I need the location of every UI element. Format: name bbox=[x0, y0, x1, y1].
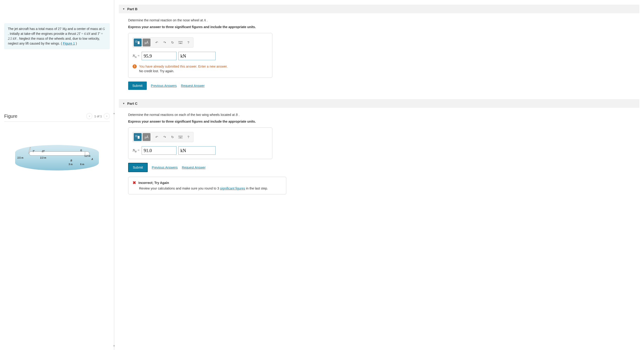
undo-button[interactable]: ↶ bbox=[153, 133, 161, 141]
part-c-answer-box: μÅ ↶ ↷ ↻ ? NB = bbox=[128, 128, 272, 159]
keyboard-button[interactable] bbox=[176, 133, 184, 141]
var-b: B bbox=[236, 113, 238, 117]
undo-button[interactable]: ↶ bbox=[153, 38, 161, 46]
figure-link[interactable]: Figure 1 bbox=[63, 42, 75, 45]
svg-rect-1 bbox=[138, 41, 140, 44]
svg-rect-0 bbox=[136, 41, 137, 42]
part-b-toolbar: μÅ ↶ ↷ ↻ ? bbox=[132, 37, 194, 48]
panel-divider[interactable]: ▲ ▼ bbox=[114, 0, 114, 350]
dim-3m: 3 m bbox=[68, 163, 72, 166]
problem-text: and a center of mass at bbox=[68, 27, 102, 31]
problem-text: The jet aircraft has a total mass of 27 bbox=[8, 27, 62, 31]
incorrect-title: Incorrect; Try Again bbox=[138, 181, 169, 185]
svg-rect-12 bbox=[179, 136, 179, 137]
figure-prev-button[interactable]: ‹ bbox=[86, 113, 92, 119]
part-c-submit-button[interactable]: Submit bbox=[128, 163, 148, 172]
label-a: A bbox=[92, 158, 93, 161]
templates-button[interactable] bbox=[134, 38, 142, 46]
incorrect-body-pre: Review your calculations and make sure y… bbox=[139, 186, 220, 190]
problem-statement: The jet aircraft has a total mass of 27 … bbox=[4, 23, 110, 49]
significant-figures-link[interactable]: significant figures bbox=[220, 186, 245, 190]
units-button[interactable]: μÅ bbox=[142, 133, 150, 141]
part-c-incorrect-box: ✖ Incorrect; Try Again Review your calcu… bbox=[128, 177, 286, 194]
x-icon: ✖ bbox=[132, 180, 136, 185]
templates-button[interactable] bbox=[134, 133, 142, 141]
figure-next-button[interactable]: › bbox=[104, 113, 110, 119]
figure-title: Figure bbox=[4, 114, 18, 119]
part-c-question-mid: wing wheels located at bbox=[202, 113, 236, 117]
svg-rect-5 bbox=[180, 42, 181, 42]
dim-2-3m: 2.3 m bbox=[40, 157, 46, 159]
part-c-toolbar: μÅ ↶ ↷ ↻ ? bbox=[132, 132, 194, 142]
svg-rect-7 bbox=[182, 42, 182, 42]
part-c-value-input[interactable] bbox=[142, 146, 176, 155]
figure-counter: 1 of 1 bbox=[94, 115, 102, 118]
svg-rect-9 bbox=[136, 135, 137, 137]
part-c-question: Determine the normal reactions on each o… bbox=[128, 113, 196, 117]
redo-button[interactable]: ↷ bbox=[161, 38, 168, 46]
part-b-question-end: . bbox=[207, 18, 208, 22]
part-c-title: Part C bbox=[127, 102, 138, 105]
scroll-up-icon[interactable]: ▲ bbox=[112, 112, 116, 115]
svg-rect-17 bbox=[179, 138, 182, 138]
label-b: B bbox=[70, 159, 72, 162]
part-b-instruction: Express your answer to three significant… bbox=[128, 25, 630, 29]
left-panel: The jet aircraft has a total mass of 27 … bbox=[0, 0, 114, 350]
collapse-icon: ▼ bbox=[122, 102, 125, 105]
problem-text: and bbox=[91, 32, 98, 35]
part-b-body: Determine the normal reaction on the nos… bbox=[119, 13, 639, 95]
part-c-question-end: . bbox=[238, 113, 240, 117]
svg-rect-6 bbox=[181, 42, 182, 42]
part-b-submit-button[interactable]: Submit bbox=[128, 82, 147, 90]
part-b-header[interactable]: ▼ Part B bbox=[119, 5, 639, 13]
label-t-prime: T′ bbox=[32, 150, 35, 153]
help-button[interactable]: ? bbox=[184, 38, 192, 46]
part-b-previous-answers-link[interactable]: Previous Answers bbox=[151, 84, 177, 88]
problem-text: . Initially at take-off the engines prov… bbox=[8, 32, 77, 35]
part-c-previous-answers-link[interactable]: Previous Answers bbox=[152, 166, 178, 169]
keyboard-button[interactable] bbox=[176, 38, 184, 46]
reset-button[interactable]: ↻ bbox=[168, 133, 176, 141]
problem-text: ) bbox=[76, 42, 77, 45]
incorrect-body-post: in the last step. bbox=[246, 186, 268, 190]
svg-rect-13 bbox=[180, 136, 180, 137]
part-b-feedback: You have already submitted this answer. … bbox=[139, 64, 228, 73]
part-c-units-input[interactable] bbox=[178, 146, 216, 155]
part-b-value-input[interactable] bbox=[142, 52, 176, 60]
scroll-down-icon[interactable]: ▼ bbox=[112, 344, 116, 348]
problem-text: . Neglect the mass of the wheels and, du… bbox=[8, 37, 100, 45]
part-c-question-em: two bbox=[196, 113, 201, 117]
redo-button[interactable]: ↷ bbox=[161, 133, 168, 141]
svg-rect-10 bbox=[138, 136, 140, 139]
dim-1-2m: 1.2 m bbox=[84, 155, 90, 157]
part-c-header[interactable]: ▼ Part C bbox=[119, 99, 639, 108]
svg-rect-15 bbox=[181, 136, 182, 137]
var-g: G bbox=[102, 27, 105, 31]
dim-2-5m: 2.5 m bbox=[18, 157, 24, 159]
answer-label-nb: NB = bbox=[132, 148, 140, 153]
reset-button[interactable]: ↻ bbox=[168, 38, 176, 46]
figure-section: Figure ‹ 1 of 1 › T′ 2T G B A 2.5 m bbox=[4, 113, 110, 171]
part-b-request-answer-link[interactable]: Request Answer bbox=[181, 84, 205, 88]
part-c-body: Determine the normal reactions on each o… bbox=[119, 108, 639, 199]
var-a: A bbox=[204, 18, 206, 22]
part-b-units-input[interactable] bbox=[178, 52, 216, 60]
figure-image: T′ 2T G B A 2.5 m 2.3 m 1.2 m 3 m 6 m bbox=[4, 145, 110, 171]
svg-rect-4 bbox=[180, 42, 180, 42]
svg-rect-8 bbox=[179, 43, 182, 43]
label-g: G bbox=[80, 149, 82, 152]
part-b-question: Determine the normal reaction on the nos… bbox=[128, 18, 204, 22]
svg-rect-3 bbox=[179, 42, 179, 42]
part-c-request-answer-link[interactable]: Request Answer bbox=[182, 166, 206, 169]
warning-icon: ! bbox=[132, 64, 137, 68]
part-b-title: Part B bbox=[127, 7, 138, 11]
part-c-instruction: Express your answer to three significant… bbox=[128, 120, 630, 123]
svg-rect-2 bbox=[178, 41, 182, 44]
collapse-icon: ▼ bbox=[122, 8, 125, 10]
units-button[interactable]: μÅ bbox=[142, 38, 150, 46]
mass-unit: Mg bbox=[62, 27, 67, 31]
part-b-answer-box: μÅ ↶ ↷ ↻ ? NA = ! You h bbox=[128, 33, 272, 78]
help-button[interactable]: ? bbox=[184, 133, 192, 141]
svg-rect-16 bbox=[182, 136, 182, 137]
answer-label-na: NA = bbox=[132, 54, 140, 58]
